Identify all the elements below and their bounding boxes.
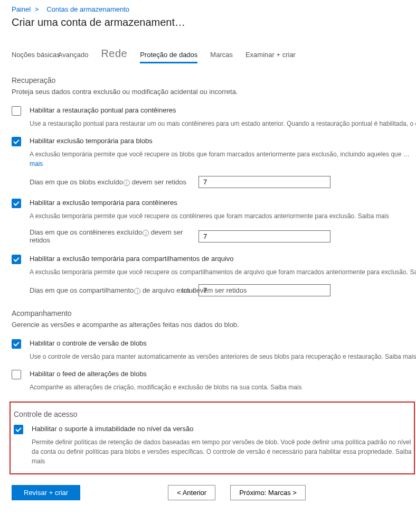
desc-blob-softdelete: A exclusão temporária permite que você r… [30,150,416,169]
checkbox-pitr[interactable] [12,106,21,116]
next-button[interactable]: Próximo: Marcas > [230,485,306,500]
option-point-in-time-restore: Habilitar a restauração pontual para con… [12,105,416,117]
desc-share-softdelete: A exclusão temporária permite que você r… [30,267,416,277]
breadcrumb-root[interactable]: Painel [12,5,31,13]
info-icon[interactable] [134,288,140,294]
desc-immutability: Permite definir políticas de retenção de… [32,437,414,466]
checkbox-immutability[interactable] [14,425,23,434]
label-changefeed: Habilitar o feed de alterações de blobs [30,370,147,378]
input-blob-retention-days[interactable] [198,176,330,188]
label-container-softdelete: Habilitar a exclusão temporária para con… [30,199,177,207]
info-icon[interactable] [143,230,149,236]
tabs: Noções básicas Avançado Rede Proteção de… [12,44,416,63]
label-pitr: Habilitar a restauração pontual para con… [30,106,176,114]
section-access-title: Controle de acesso [14,410,414,418]
row-share-retention: Dias em que os compartilhamento de arqui… [30,284,416,296]
label-share-softdelete: Habilitar a exclusão temporária para com… [30,255,234,263]
option-versioning: Habilitar o controle de versão de blobs [12,338,416,350]
highlight-access-control: Controle de acesso Habilitar o suporte à… [10,402,415,474]
row-blob-retention: Dias em que os blobs excluído devem ser … [30,176,416,188]
label-blob-softdelete: Habilitar exclusão temporária para blobs [30,137,153,145]
link-blob-softdelete-more[interactable]: mais [30,160,43,167]
info-icon[interactable] [124,180,130,186]
label-share-retention: Dias em que os compartilhamento de arqui… [30,286,220,294]
option-changefeed: Habilitar o feed de alterações de blobs [12,369,416,380]
option-blob-softdelete: Habilitar exclusão temporária para blobs [12,136,416,147]
desc-pitr: Use a restauração pontual para restaurar… [30,119,416,128]
section-recovery-title: Recuperação [12,76,416,85]
label-immutability: Habilitar o suporte à imutabilidade no n… [32,425,193,433]
section-tracking-desc: Gerencie as versões e acompanhe as alter… [12,321,416,329]
desc-versioning: Use o controle de versão para manter aut… [30,352,416,361]
checkbox-changefeed[interactable] [12,370,21,379]
option-container-softdelete: Habilitar a exclusão temporária para con… [12,198,416,209]
wizard-footer: Revisar + criar < Anterior Próximo: Marc… [12,485,416,500]
desc-changefeed: Acompanhe as alterações de criação, modi… [30,382,416,392]
section-recovery-desc: Proteja seus dados contra exclusão ou mo… [12,88,416,96]
label-versioning: Habilitar o controle de versão de blobs [30,339,147,347]
tab-network[interactable]: Rede [101,44,127,63]
breadcrumb-separator: > [35,5,39,13]
option-immutability: Habilitar o suporte à imutabilidade no n… [14,424,414,435]
tab-advanced[interactable]: Avançado [58,48,89,62]
checkbox-share-softdelete[interactable] [12,255,21,264]
tab-tags[interactable]: Marcas [210,48,233,62]
previous-button[interactable]: < Anterior [168,485,215,500]
desc-container-softdelete: A exclusão temporária permite que você r… [30,211,416,221]
desc-blob-softdelete-text: A exclusão temporária permite que você r… [30,151,410,158]
label-blob-retention: Dias em que os blobs excluído devem ser … [30,178,198,186]
review-create-button[interactable]: Revisar + criar [12,485,80,500]
checkbox-container-softdelete[interactable] [12,199,21,208]
tab-review[interactable]: Examinar + criar [245,48,296,62]
tab-basics[interactable]: Noções básicas [12,48,60,62]
breadcrumb-current[interactable]: Contas de armazenamento [46,5,129,13]
breadcrumb: Painel > Contas de armazenamento [12,5,416,13]
input-container-retention-days[interactable] [198,230,330,242]
tab-data-protection[interactable]: Proteção de dados [140,48,197,63]
label-container-retention: Dias em que os contêineres excluído deve… [30,228,198,244]
checkbox-versioning[interactable] [12,339,21,349]
row-container-retention: Dias em que os contêineres excluído deve… [30,228,416,244]
page-title: Criar uma conta de armazenament… [12,16,416,29]
section-tracking-title: Acompanhamento [12,309,416,318]
checkbox-blob-softdelete[interactable] [12,137,21,146]
option-share-softdelete: Habilitar a exclusão temporária para com… [12,254,416,265]
